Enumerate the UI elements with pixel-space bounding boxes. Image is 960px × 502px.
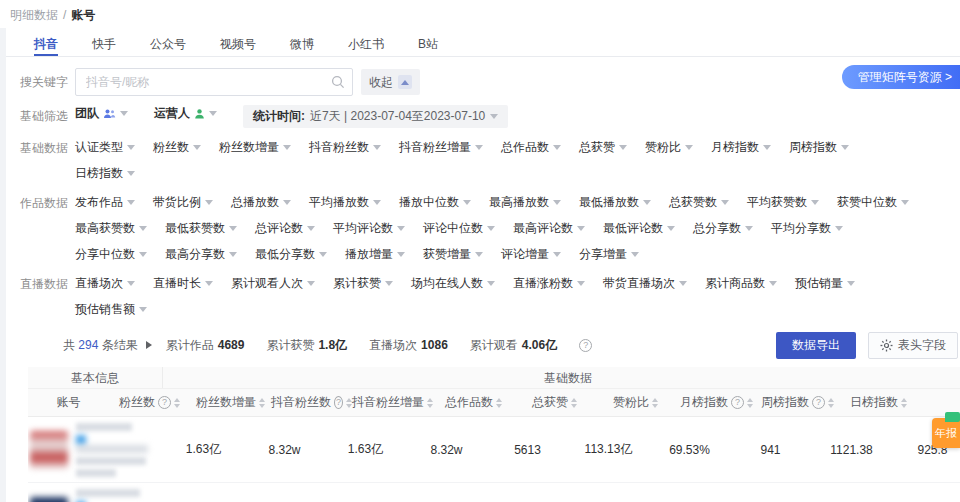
- filter-item[interactable]: 播放中位数: [399, 192, 471, 212]
- team-filter[interactable]: 团队: [75, 105, 128, 122]
- filter-item[interactable]: 最高评论数: [513, 218, 585, 238]
- operator-filter[interactable]: 运营人: [154, 105, 217, 122]
- filter-item[interactable]: 最低获赞数: [165, 218, 237, 238]
- help-icon[interactable]: ?: [579, 339, 592, 352]
- platform-tab[interactable]: 微博: [290, 36, 314, 56]
- column-header[interactable]: 总获赞 ?: [514, 389, 595, 416]
- table-row[interactable]: 1.63亿8.32w1.63亿8.32w5613113.13亿69.53%941…: [28, 417, 960, 483]
- platform-tab[interactable]: 小红书: [348, 36, 384, 56]
- filter-item[interactable]: 直播涨粉数: [513, 273, 585, 293]
- platform-tab[interactable]: 快手: [92, 36, 116, 56]
- time-range-filter[interactable]: 统计时间: 近7天 | 2023-07-04至2023-07-10: [243, 105, 508, 128]
- sort-icon[interactable]: [174, 398, 180, 408]
- filter-item[interactable]: 带货直播场次: [603, 273, 687, 293]
- manage-matrix-button[interactable]: 管理矩阵号资源 >: [842, 65, 960, 89]
- sort-icon[interactable]: [901, 398, 907, 408]
- column-header[interactable]: 抖音粉丝数 ?: [271, 389, 352, 416]
- expand-stats-icon[interactable]: [146, 341, 152, 349]
- column-header[interactable]: 账号 ?: [28, 389, 109, 416]
- sort-icon[interactable]: [496, 398, 502, 408]
- filter-item[interactable]: 最低评论数: [603, 218, 675, 238]
- filter-item[interactable]: 总播放数: [231, 192, 291, 212]
- filter-item[interactable]: 带货比例: [153, 192, 213, 212]
- table-row[interactable]: 1.53亿-4.98w1.53亿-4.98w798679.03亿51.69%92…: [28, 483, 960, 502]
- filter-item[interactable]: 总分享数: [693, 218, 753, 238]
- chevron-down-icon: [679, 281, 687, 286]
- search-icon[interactable]: [331, 75, 345, 89]
- account-cell[interactable]: [28, 489, 163, 502]
- filter-item[interactable]: 平均播放数: [309, 192, 381, 212]
- filter-item[interactable]: 最低分享数: [255, 244, 327, 264]
- filter-item[interactable]: 播放增量: [345, 244, 405, 264]
- filter-item[interactable]: 评论增量: [501, 244, 561, 264]
- collapse-button[interactable]: 收起: [361, 69, 420, 95]
- filter-item[interactable]: 累计获赞: [333, 273, 393, 293]
- filter-item[interactable]: 分享中位数: [75, 244, 147, 264]
- basic-filter-label: 基础筛选: [20, 105, 75, 125]
- filter-item[interactable]: 平均分享数: [771, 218, 843, 238]
- filter-item[interactable]: 累计商品数: [705, 273, 777, 293]
- filter-item[interactable]: 最高播放数: [489, 192, 561, 212]
- account-cell[interactable]: [28, 423, 163, 477]
- platform-tab[interactable]: 视频号: [220, 36, 256, 56]
- filter-item[interactable]: 平均评论数: [333, 218, 405, 238]
- column-info-icon[interactable]: ?: [334, 396, 343, 409]
- filter-item[interactable]: 认证类型: [75, 137, 135, 157]
- search-input[interactable]: [75, 68, 353, 96]
- filter-item[interactable]: 平均获赞数: [747, 192, 819, 212]
- filter-item[interactable]: 赞粉比: [645, 137, 693, 157]
- export-data-button[interactable]: 数据导出: [776, 332, 856, 359]
- column-header[interactable]: 赞粉比 ?: [595, 389, 676, 416]
- sort-icon[interactable]: [652, 398, 658, 408]
- platform-tab[interactable]: 公众号: [150, 36, 186, 56]
- filter-item[interactable]: 粉丝数: [153, 137, 201, 157]
- column-info-icon[interactable]: ?: [158, 396, 171, 409]
- filter-item[interactable]: 抖音粉丝数: [309, 137, 381, 157]
- filter-item[interactable]: 最高获赞数: [75, 218, 147, 238]
- filter-item[interactable]: 抖音粉丝增量: [399, 137, 483, 157]
- annual-report-badge[interactable]: 年报: [932, 418, 960, 448]
- filter-item[interactable]: 粉丝数增量: [219, 137, 291, 157]
- filter-item[interactable]: 总获赞数: [669, 192, 729, 212]
- filter-item[interactable]: 获赞增量: [423, 244, 483, 264]
- filter-item[interactable]: 发布作品: [75, 192, 135, 212]
- filter-item[interactable]: 评论中位数: [423, 218, 495, 238]
- avatar: [30, 497, 68, 502]
- filter-item[interactable]: 最低播放数: [579, 192, 651, 212]
- column-header[interactable]: 抖音粉丝增量 ?: [352, 389, 433, 416]
- accounts-table: 基本信息 基础数据 账号 ? 粉丝数 ?: [28, 367, 960, 502]
- column-header[interactable]: 粉丝数 ?: [109, 389, 190, 416]
- column-header[interactable]: 月榜指数 ?: [676, 389, 757, 416]
- filter-item[interactable]: 总获赞: [579, 137, 627, 157]
- sort-icon[interactable]: [828, 398, 834, 408]
- filter-item[interactable]: 预估销量: [795, 273, 855, 293]
- filter-item[interactable]: 最高分享数: [165, 244, 237, 264]
- filter-item[interactable]: 获赞中位数: [837, 192, 909, 212]
- filter-item[interactable]: 日榜指数: [75, 163, 135, 183]
- filter-item[interactable]: 分享增量: [579, 244, 639, 264]
- breadcrumb-parent[interactable]: 明细数据: [10, 8, 58, 22]
- gear-icon: [880, 339, 893, 352]
- filter-item[interactable]: 直播时长: [153, 273, 213, 293]
- chevron-down-icon: [811, 200, 819, 205]
- filter-item[interactable]: 总作品数: [501, 137, 561, 157]
- platform-tab[interactable]: B站: [418, 36, 438, 56]
- column-header[interactable]: 周榜指数 ?: [757, 389, 838, 416]
- filter-item[interactable]: 累计观看人次: [231, 273, 315, 293]
- filter-item[interactable]: 周榜指数: [789, 137, 849, 157]
- column-header[interactable]: 粉丝数增量 ?: [190, 389, 271, 416]
- column-info-icon[interactable]: ?: [731, 396, 744, 409]
- column-header[interactable]: 总作品数 ?: [433, 389, 514, 416]
- filter-item[interactable]: 总评论数: [255, 218, 315, 238]
- column-header[interactable]: 日榜指数 ?: [838, 389, 919, 416]
- filter-item[interactable]: 预估销售额: [75, 299, 147, 319]
- sort-icon[interactable]: [571, 398, 577, 408]
- filter-item[interactable]: 直播场次: [75, 273, 135, 293]
- column-info-icon[interactable]: ?: [812, 396, 825, 409]
- filter-item[interactable]: 月榜指数: [711, 137, 771, 157]
- header-fields-button[interactable]: 表头字段: [868, 332, 958, 359]
- sort-icon[interactable]: [747, 398, 753, 408]
- platform-tab[interactable]: 抖音: [34, 36, 58, 56]
- sort-icon[interactable]: [259, 398, 265, 408]
- filter-item[interactable]: 场均在线人数: [411, 273, 495, 293]
